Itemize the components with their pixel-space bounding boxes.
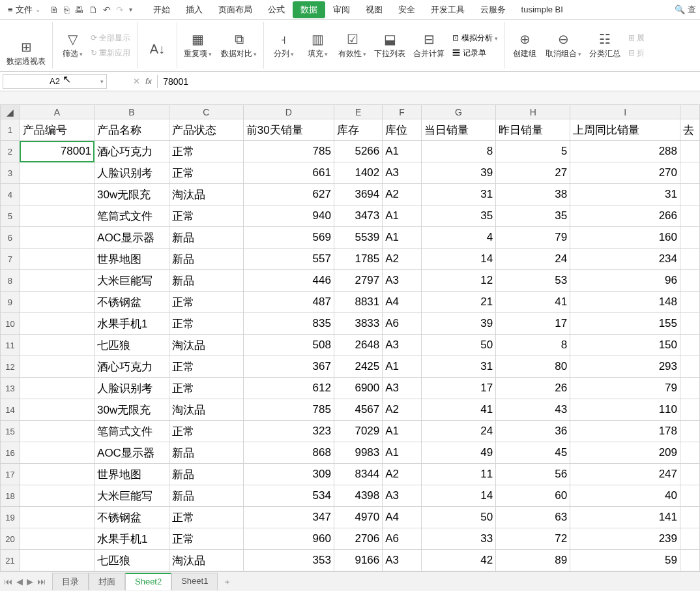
- cell[interactable]: 39: [421, 313, 495, 335]
- qat-dropdown-icon[interactable]: ▾: [129, 6, 132, 13]
- cell[interactable]: A2: [383, 249, 422, 270]
- cell[interactable]: A3: [383, 485, 422, 507]
- cell[interactable]: 835: [243, 313, 334, 335]
- ribbon-tab[interactable]: 公式: [260, 1, 293, 18]
- dropdown-button[interactable]: ⬓下拉列表: [374, 31, 405, 59]
- cell[interactable]: 酒心巧克力: [95, 141, 169, 162]
- column-header[interactable]: F: [383, 105, 422, 119]
- cell[interactable]: 26: [496, 378, 570, 399]
- ungroup-button[interactable]: ⊖取消组合: [546, 31, 581, 59]
- fx-icon[interactable]: fx: [145, 76, 152, 86]
- cell[interactable]: 78001: [20, 141, 94, 162]
- cell[interactable]: 3694: [334, 184, 382, 205]
- preview-icon[interactable]: 🗋: [89, 5, 98, 15]
- cell[interactable]: 487: [243, 292, 334, 313]
- cell[interactable]: 42: [421, 550, 495, 571]
- cell[interactable]: 9983: [334, 442, 382, 464]
- cell[interactable]: 11: [421, 464, 495, 485]
- cell[interactable]: 5: [496, 141, 570, 162]
- cell[interactable]: A4: [383, 292, 422, 313]
- cell[interactable]: 新品: [169, 464, 243, 485]
- cell[interactable]: 昨日销量: [496, 119, 570, 141]
- cell[interactable]: [680, 464, 700, 485]
- cell[interactable]: 正常: [169, 292, 243, 313]
- cell[interactable]: [680, 184, 700, 205]
- cell[interactable]: 612: [243, 378, 334, 399]
- column-header[interactable]: E: [334, 105, 382, 119]
- row-header[interactable]: 3: [1, 162, 20, 184]
- cell[interactable]: 大米巨能写: [95, 270, 169, 292]
- cell[interactable]: 产品状态: [169, 119, 243, 141]
- cell[interactable]: 53: [496, 270, 570, 292]
- cell[interactable]: 239: [570, 528, 680, 550]
- column-header[interactable]: I: [570, 105, 680, 119]
- cell[interactable]: 785: [243, 399, 334, 421]
- row-header[interactable]: 14: [1, 399, 20, 421]
- cell[interactable]: 30w无限充: [95, 184, 169, 205]
- consolidate-button[interactable]: ⊟合并计算: [413, 31, 445, 59]
- cell[interactable]: 40: [570, 485, 680, 507]
- ribbon-tab[interactable]: 开始: [145, 1, 178, 18]
- sheet-prev-icon[interactable]: ◀: [16, 577, 23, 586]
- cell[interactable]: A1: [383, 421, 422, 442]
- cell[interactable]: 534: [243, 485, 334, 507]
- cell[interactable]: 库位: [383, 119, 422, 141]
- subtotal-button[interactable]: ☷分类汇总: [589, 31, 620, 59]
- cell[interactable]: 627: [243, 184, 334, 205]
- formula-input[interactable]: [157, 75, 613, 88]
- row-header[interactable]: 9: [1, 292, 20, 313]
- cell[interactable]: 七匹狼: [95, 550, 169, 571]
- cell[interactable]: [20, 421, 94, 442]
- row-header[interactable]: 16: [1, 442, 20, 464]
- row-header[interactable]: 8: [1, 270, 20, 292]
- cell[interactable]: [20, 399, 94, 421]
- cell[interactable]: [680, 485, 700, 507]
- cell[interactable]: [20, 464, 94, 485]
- cell[interactable]: 2425: [334, 356, 382, 378]
- cell[interactable]: [20, 249, 94, 270]
- cell[interactable]: 1785: [334, 249, 382, 270]
- cell[interactable]: [680, 399, 700, 421]
- cell[interactable]: 940: [243, 205, 334, 227]
- cell[interactable]: [20, 485, 94, 507]
- cell[interactable]: 150: [570, 335, 680, 356]
- cell[interactable]: 5539: [334, 227, 382, 249]
- cell[interactable]: A1: [383, 205, 422, 227]
- cell[interactable]: 8: [496, 335, 570, 356]
- cell[interactable]: 5266: [334, 141, 382, 162]
- ribbon-tab[interactable]: 视图: [358, 1, 390, 18]
- cell[interactable]: 库存: [334, 119, 382, 141]
- ribbon-tab[interactable]: 开发工具: [423, 1, 473, 18]
- cell[interactable]: 353: [243, 550, 334, 571]
- scenario-button[interactable]: ⊡ 模拟分析 ▾: [452, 33, 498, 44]
- cell[interactable]: 33: [421, 528, 495, 550]
- cell[interactable]: 89: [496, 550, 570, 571]
- cell[interactable]: 3473: [334, 205, 382, 227]
- row-header[interactable]: 17: [1, 464, 20, 485]
- cell[interactable]: 世界地图: [95, 464, 169, 485]
- cell[interactable]: 七匹狼: [95, 335, 169, 356]
- cell[interactable]: 2797: [334, 270, 382, 292]
- row-header[interactable]: 5: [1, 205, 20, 227]
- cell[interactable]: A2: [383, 399, 422, 421]
- cell[interactable]: 8831: [334, 292, 382, 313]
- cell[interactable]: [680, 205, 700, 227]
- cell[interactable]: 3833: [334, 313, 382, 335]
- cell[interactable]: 56: [496, 464, 570, 485]
- cell[interactable]: [680, 378, 700, 399]
- cell[interactable]: 水果手机1: [95, 528, 169, 550]
- cell[interactable]: [680, 442, 700, 464]
- cell[interactable]: [20, 528, 94, 550]
- cell[interactable]: 正常: [169, 356, 243, 378]
- cell[interactable]: 14: [421, 485, 495, 507]
- column-header[interactable]: G: [421, 105, 495, 119]
- cell[interactable]: 人脸识别考: [95, 378, 169, 399]
- cell[interactable]: [20, 205, 94, 227]
- name-box[interactable]: [3, 74, 107, 89]
- cell[interactable]: 270: [570, 162, 680, 184]
- cell[interactable]: 21: [421, 292, 495, 313]
- cell[interactable]: [20, 378, 94, 399]
- cell[interactable]: 正常: [169, 421, 243, 442]
- cell[interactable]: 160: [570, 227, 680, 249]
- cell[interactable]: 正常: [169, 162, 243, 184]
